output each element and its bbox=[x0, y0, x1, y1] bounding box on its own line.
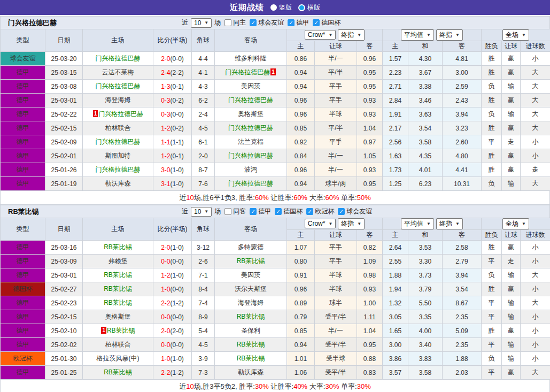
corner-score: 5-4 bbox=[192, 324, 215, 338]
away-team-name[interactable]: RB莱比锡 bbox=[237, 355, 265, 362]
result-handicap: 输 bbox=[502, 177, 521, 191]
match-row: 德甲25-02-23RB莱比锡2-2(1-2)7-4海登海姆0.89球半1.00… bbox=[1, 296, 550, 310]
match-row: 德甲25-03-09弗赖堡0-0(0-0)2-6RB莱比锡0.80平手1.092… bbox=[1, 255, 550, 268]
away-team-cell: 门兴格拉德巴赫 bbox=[215, 121, 287, 135]
select-value: 10 bbox=[194, 19, 201, 27]
games-label: 场 bbox=[214, 207, 221, 216]
home-team-name: 弗赖堡 bbox=[109, 257, 128, 265]
match-type-cell: 德甲 bbox=[1, 366, 45, 380]
match-date: 25-03-16 bbox=[45, 241, 83, 255]
away-team-name[interactable]: 门兴格拉德巴赫 bbox=[228, 152, 273, 159]
filters: 近10▼场同客✓德甲✓德国杯✓欧冠杯✓球会友谊 bbox=[182, 207, 372, 217]
match-score-cell: 1-2(1-0) bbox=[153, 268, 192, 282]
match-score-cell: 1-1(1-1) bbox=[153, 135, 192, 149]
odds-source-select[interactable]: Crow*▼ bbox=[305, 30, 336, 40]
competition-checkbox[interactable]: ✓ bbox=[250, 19, 257, 26]
column-header: 日期 bbox=[45, 29, 83, 52]
result-outcome: 胜 bbox=[482, 52, 502, 66]
avg-away: 3.00 bbox=[443, 66, 482, 80]
odds-source-select[interactable]: Crow*▼ bbox=[305, 219, 336, 228]
corner-score: 2-6 bbox=[192, 255, 215, 268]
result-handicap: 输 bbox=[502, 352, 521, 366]
home-team-name[interactable]: RB莱比锡 bbox=[104, 271, 132, 279]
avg-final-select[interactable]: 终指▼ bbox=[436, 218, 463, 229]
home-team-name[interactable]: RB莱比锡 bbox=[104, 243, 132, 251]
home-team-name[interactable]: RB莱比锡 bbox=[104, 368, 132, 376]
header-select-group: Crow*▼终指▼ bbox=[287, 218, 383, 230]
result-outcome: 平 bbox=[482, 310, 502, 324]
away-team-name[interactable]: 门兴格拉德巴赫 bbox=[228, 96, 273, 104]
avg-away: 3.94 bbox=[443, 107, 482, 121]
select-value: Crow* bbox=[308, 220, 326, 227]
odds-home: 0.94 bbox=[287, 80, 315, 94]
column-header: 比分(半场) bbox=[153, 218, 192, 241]
fulltime-score: 1-0 bbox=[161, 286, 170, 293]
away-team-name[interactable]: RB莱比锡 bbox=[237, 341, 265, 348]
match-count-select[interactable]: 10▼ bbox=[191, 18, 212, 28]
select-value: 平均值 bbox=[404, 30, 423, 40]
result-handicap: 输 bbox=[502, 80, 521, 94]
avg-draw: 4.01 bbox=[408, 163, 443, 177]
odds-away: 0.93 bbox=[357, 107, 383, 121]
home-team-name[interactable]: RB莱比锡 bbox=[104, 285, 132, 293]
competition-checkbox[interactable]: ✓ bbox=[338, 208, 345, 215]
away-team-name[interactable]: 门兴格拉德巴赫 bbox=[228, 124, 273, 132]
same-venue-checkbox[interactable] bbox=[224, 208, 231, 215]
odds-handicap: 球半 bbox=[315, 296, 357, 310]
corner-score: 8-4 bbox=[192, 282, 215, 296]
summary-segment: 30% bbox=[325, 382, 339, 390]
home-team-name[interactable]: 门兴格拉德巴赫 bbox=[98, 110, 143, 118]
summary-segment: 单率: bbox=[339, 194, 357, 202]
avg-draw: 5.50 bbox=[408, 296, 443, 310]
away-team-name[interactable]: RB莱比锡 bbox=[237, 257, 265, 265]
avg-source-select[interactable]: 平均值▼ bbox=[401, 29, 434, 41]
halftime-score: (1-0) bbox=[171, 166, 184, 174]
home-team-name[interactable]: RB莱比锡 bbox=[104, 299, 132, 306]
select-value: 终指 bbox=[341, 219, 354, 228]
result-handicap: 走 bbox=[502, 135, 521, 149]
home-team-name: 柏林联合 bbox=[105, 341, 131, 348]
team-name: 门兴格拉德巴赫 bbox=[1, 18, 182, 28]
odds-handicap: 受平/半 bbox=[315, 338, 357, 352]
competition-checkbox[interactable]: ✓ bbox=[288, 19, 295, 26]
avg-final-select[interactable]: 终指▼ bbox=[436, 29, 463, 41]
competition-checkbox[interactable]: ✓ bbox=[250, 208, 257, 215]
fullmatch-scope-select[interactable]: 全场▼ bbox=[502, 218, 529, 229]
radio-vertical[interactable]: 竖版 bbox=[270, 3, 292, 12]
competition-checkbox[interactable]: ✓ bbox=[313, 19, 320, 26]
home-team-name[interactable]: 门兴格拉德巴赫 bbox=[96, 138, 141, 145]
match-row: 球会友谊25-03-20门兴格拉德巴赫2-0(0-0)4-4维多利科隆0.86半… bbox=[1, 52, 550, 66]
odds-final-select[interactable]: 终指▼ bbox=[338, 218, 365, 229]
away-team-name[interactable]: 门兴格拉德巴赫 bbox=[228, 180, 273, 187]
avg-away: 3.54 bbox=[443, 282, 482, 296]
fullmatch-scope-select[interactable]: 全场▼ bbox=[502, 29, 529, 41]
chevron-down-icon: ▼ bbox=[455, 33, 460, 37]
away-team-name[interactable]: 门兴格拉德巴赫 bbox=[225, 68, 270, 76]
match-row: 德甲25-03-01海登海姆0-3(0-2)6-2门兴格拉德巴赫0.96平手0.… bbox=[1, 94, 550, 107]
odds-final-select[interactable]: 终指▼ bbox=[338, 29, 365, 41]
home-team-name[interactable]: 门兴格拉德巴赫 bbox=[96, 166, 141, 173]
avg-away: 2.59 bbox=[443, 80, 482, 94]
competition-checkbox[interactable]: ✓ bbox=[306, 208, 313, 215]
home-team-name[interactable]: 门兴格拉德巴赫 bbox=[96, 55, 141, 62]
column-subheader: 客 bbox=[357, 41, 383, 52]
away-team-name[interactable]: RB莱比锡 bbox=[237, 313, 265, 320]
fulltime-score: 0-3 bbox=[161, 111, 170, 118]
competition-checkbox[interactable]: ✓ bbox=[275, 208, 282, 215]
avg-source-select[interactable]: 平均值▼ bbox=[401, 218, 434, 229]
radio-horizontal[interactable]: 横版 bbox=[298, 3, 320, 12]
odds-handicap: 半/一 bbox=[315, 52, 357, 66]
same-venue-checkbox[interactable] bbox=[224, 19, 231, 26]
result-outcome: 胜 bbox=[482, 149, 502, 163]
corner-score: 2-4 bbox=[192, 107, 215, 121]
odds-home: 0.96 bbox=[287, 94, 315, 107]
avg-away: 2.03 bbox=[443, 366, 482, 380]
summary-segment: 单率: bbox=[339, 382, 357, 390]
home-team-name[interactable]: RB莱比锡 bbox=[107, 327, 135, 334]
match-count-select[interactable]: 10▼ bbox=[191, 207, 212, 217]
competition-label: 德甲 bbox=[296, 18, 309, 27]
select-value: 终指 bbox=[439, 219, 452, 228]
column-header: 日期 bbox=[45, 218, 83, 241]
home-team-name[interactable]: 门兴格拉德巴赫 bbox=[96, 82, 141, 90]
avg-home: 2.64 bbox=[383, 241, 408, 255]
